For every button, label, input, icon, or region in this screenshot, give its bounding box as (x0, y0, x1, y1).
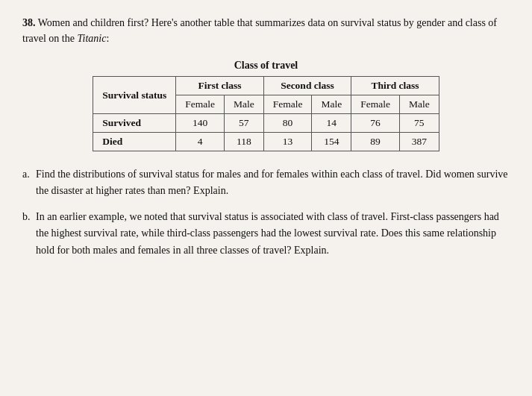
survived-tc-female: 76 (351, 114, 400, 133)
titanic-title: Titanic (77, 33, 106, 44)
died-fc-male: 118 (224, 133, 263, 151)
data-table-section: Class of travel Survival status First cl… (22, 60, 510, 151)
part-a-text: Find the distributions of survival statu… (36, 166, 510, 200)
fc-female-header: Female (176, 95, 225, 114)
question-intro: 38. Women and children first? Here's ano… (22, 15, 510, 46)
part-a: a. Find the distributions of survival st… (22, 166, 510, 200)
tc-male-header: Male (399, 95, 439, 114)
titanic-table: Survival status First class Second class… (93, 76, 439, 151)
survived-row: Survived 140 57 80 14 76 75 (93, 114, 439, 133)
died-sc-male: 154 (312, 133, 351, 151)
survived-fc-male: 57 (224, 114, 263, 133)
part-a-label: a. (22, 166, 36, 200)
died-row: Died 4 118 13 154 89 387 (93, 133, 439, 151)
survived-fc-female: 140 (176, 114, 225, 133)
question-parts: a. Find the distributions of survival st… (22, 166, 510, 259)
table-title: Class of travel (22, 60, 510, 72)
tc-female-header: Female (351, 95, 400, 114)
second-class-header: Second class (263, 77, 351, 95)
sc-male-header: Male (312, 95, 351, 114)
part-b-text: In an earlier example, we noted that sur… (36, 209, 510, 259)
part-b: b. In an earlier example, we noted that … (22, 209, 510, 259)
table-header-row-1: Survival status First class Second class… (93, 77, 439, 95)
sc-female-header: Female (263, 95, 312, 114)
first-class-header: First class (176, 77, 264, 95)
died-fc-female: 4 (176, 133, 225, 151)
question-number: 38. (22, 17, 36, 28)
question-container: 38. Women and children first? Here's ano… (22, 15, 510, 259)
died-tc-female: 89 (351, 133, 400, 151)
survived-sc-male: 14 (312, 114, 351, 133)
died-label: Died (93, 133, 176, 151)
survival-status-header: Survival status (93, 77, 176, 114)
survived-tc-male: 75 (399, 114, 439, 133)
third-class-header: Third class (351, 77, 439, 95)
part-b-label: b. (22, 209, 36, 259)
died-tc-male: 387 (399, 133, 439, 151)
survived-sc-female: 80 (263, 114, 312, 133)
fc-male-header: Male (224, 95, 263, 114)
died-sc-female: 13 (263, 133, 312, 151)
survived-label: Survived (93, 114, 176, 133)
